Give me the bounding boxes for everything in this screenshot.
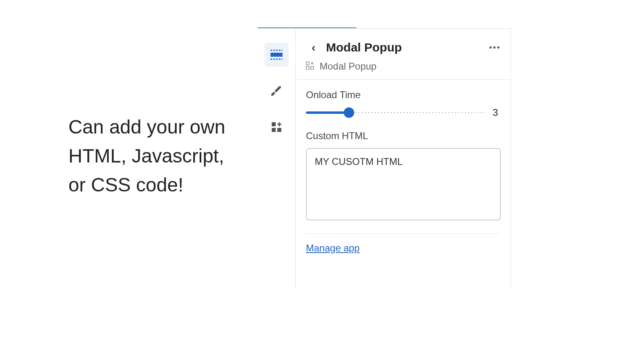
- onload-time-slider[interactable]: [306, 108, 485, 117]
- header-divider: [296, 79, 511, 80]
- paint-brush-icon: [270, 85, 283, 97]
- svg-point-3: [279, 86, 281, 88]
- breadcrumb: Modal Popup: [296, 61, 511, 79]
- onload-time-slider-row: 3: [306, 107, 501, 118]
- chevron-left-icon: ‹: [312, 41, 316, 54]
- layout-tab-button[interactable]: [264, 43, 289, 67]
- custom-html-input[interactable]: [306, 148, 501, 220]
- svg-rect-4: [272, 122, 276, 126]
- svg-rect-11: [311, 66, 314, 69]
- onload-time-value: 3: [493, 107, 501, 118]
- footer-divider: [306, 233, 501, 234]
- back-button[interactable]: ‹: [306, 40, 321, 55]
- onload-time-field: Onload Time 3: [296, 89, 511, 118]
- svg-rect-1: [270, 53, 283, 57]
- custom-html-field: Custom HTML: [296, 130, 511, 222]
- manage-app-link[interactable]: Manage app: [296, 243, 511, 254]
- widget-type-icon: [306, 62, 314, 72]
- slider-fill: [306, 111, 349, 114]
- style-tab-button[interactable]: [264, 79, 289, 103]
- layout-icon: [270, 49, 283, 60]
- panel-header: ‹ Modal Popup •••: [296, 29, 511, 61]
- breadcrumb-label: Modal Popup: [320, 61, 376, 72]
- grid-add-icon: [271, 121, 282, 133]
- tool-rail: [258, 29, 296, 290]
- svg-rect-10: [306, 66, 309, 69]
- instructional-caption: Can add your own HTML, Javascript, or CS…: [68, 113, 225, 200]
- more-horizontal-icon: •••: [489, 42, 501, 52]
- custom-html-label: Custom HTML: [306, 130, 501, 142]
- panel-content: ‹ Modal Popup ••• Modal Popup Onload T: [296, 29, 511, 290]
- svg-rect-9: [306, 62, 309, 65]
- slider-thumb[interactable]: [344, 107, 354, 118]
- widgets-tab-button[interactable]: [264, 115, 289, 139]
- settings-panel: ‹ Modal Popup ••• Modal Popup Onload T: [258, 28, 511, 290]
- more-options-button[interactable]: •••: [489, 42, 501, 53]
- svg-rect-6: [277, 128, 281, 132]
- svg-rect-5: [272, 128, 276, 132]
- panel-title: Modal Popup: [326, 41, 489, 54]
- onload-time-label: Onload Time: [306, 89, 501, 101]
